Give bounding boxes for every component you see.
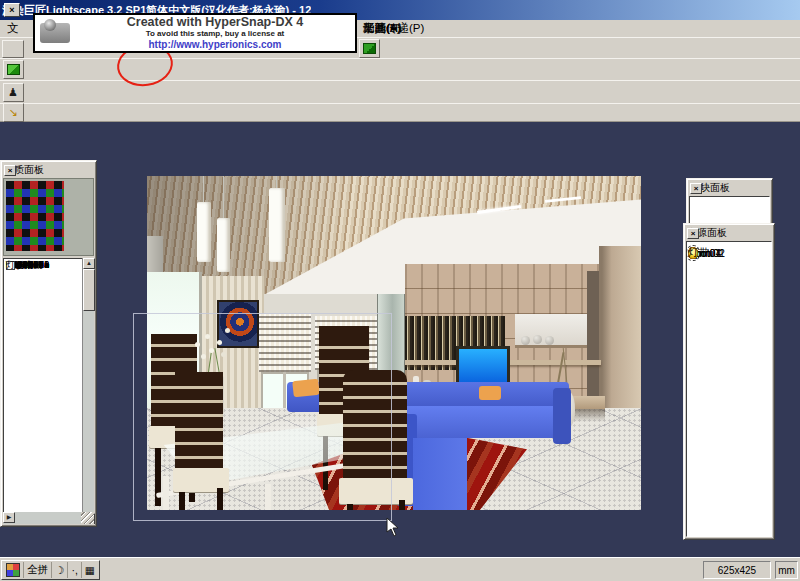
light-panel-close-icon[interactable]: × xyxy=(687,228,699,239)
material-hscrollbar[interactable]: ◀ ▶ xyxy=(3,512,83,524)
ime-punct-icon[interactable]: ·, xyxy=(68,562,81,578)
ime-toolbar: 全拼 ☽ ·, ▦ xyxy=(1,560,100,580)
scene-right-wall xyxy=(599,246,641,408)
menu-file-partial[interactable]: 文 xyxy=(0,20,26,37)
stamp-line2: To avoid this stamp, buy a license at xyxy=(75,30,355,39)
scroll-thumb[interactable] xyxy=(83,269,95,311)
material-preview xyxy=(3,178,94,256)
render-dark-cube-button[interactable] xyxy=(359,39,380,58)
material-panel-titlebar[interactable]: 材质面板 × xyxy=(3,163,94,177)
stand-button[interactable]: ♟ xyxy=(3,83,24,102)
material-list[interactable]: -=-=-=-=.Default565656588 - Defa9 - Defa… xyxy=(3,258,94,524)
menu-item[interactable]: 帮助(H) xyxy=(356,20,409,37)
toolbar-select: ↖↖?▭◱◰◳++◇↻✎▽▽+♟↔↻XYZXYZXYZAim↩↪♟♟♙♟ xyxy=(0,80,800,103)
scene-vase xyxy=(533,335,542,344)
scroll-right-icon[interactable]: ▶ xyxy=(3,512,15,523)
stamp-url-link[interactable]: http://www.hyperionics.com xyxy=(75,39,355,50)
material-preview-checker xyxy=(6,181,64,251)
scroll-up-icon[interactable]: ▲ xyxy=(83,258,95,269)
scene-vase xyxy=(521,336,530,345)
ime-icon[interactable] xyxy=(6,563,20,577)
camera-icon xyxy=(40,23,70,43)
ime-keyboard-icon[interactable]: ▦ xyxy=(82,562,98,578)
stamp-line1: Created with HyperSnap-DX 4 xyxy=(75,16,355,30)
ime-fullhalf-icon[interactable]: ☽ xyxy=(52,562,68,578)
block-panel-titlebar[interactable]: 图块面板 × xyxy=(689,181,770,195)
material-panel-close-icon[interactable]: × xyxy=(4,165,16,176)
ime-mode-button[interactable]: 全拼 xyxy=(24,562,52,578)
resize-grip[interactable] xyxy=(81,512,94,524)
status-unit: mm xyxy=(775,561,798,579)
pick-tool-button[interactable]: ↘ xyxy=(3,103,24,122)
block-panel-close-icon[interactable]: × xyxy=(690,183,702,194)
statusbar: 全拼 ☽ ·, ▦ 625x425 mm xyxy=(0,557,800,581)
material-panel-button[interactable] xyxy=(3,60,24,79)
scene-vase xyxy=(545,336,554,345)
toolbar-layers: ▤◔▣↘ xyxy=(0,103,800,122)
scene-pillow xyxy=(479,386,501,400)
material-vscrollbar[interactable]: ▲ ▼ xyxy=(82,258,94,524)
scene-pendant-lamp xyxy=(269,188,285,262)
light-panel-body xyxy=(686,241,772,537)
scene-pendant-lamp xyxy=(197,202,211,262)
scene-lamp-cord xyxy=(203,176,204,203)
light-panel-titlebar[interactable]: 光源面板 × xyxy=(686,226,772,240)
status-resolution: 625x425 xyxy=(703,561,771,579)
close-button[interactable]: × xyxy=(4,3,20,17)
scene-chair-leg xyxy=(399,500,405,510)
material-panel: 材质面板 × -=-=-=-=.Default565656588 - Defa9… xyxy=(0,160,97,527)
material-list-item[interactable]: 灯 xyxy=(4,259,6,271)
selection-rectangle xyxy=(133,313,392,521)
client-area: 材质面板 × -=-=-=-=.Default565656588 - Defa9… xyxy=(0,122,800,557)
new-file-button[interactable] xyxy=(2,40,24,58)
scene-pendant-lamp xyxy=(217,218,230,272)
light-panel: 光源面板 × Omni01Omni02Spot01Spot04灯带 xyxy=(683,223,775,540)
hypersnap-watermark: Created with HyperSnap-DX 4 To avoid thi… xyxy=(33,13,357,53)
lightscape-window: 渲染巨匠Lightscape 3.2 SP1简体中文版(汉化作者:杨永瑜) - … xyxy=(0,0,800,581)
scene-sofa-arm xyxy=(553,388,571,444)
scene-armchair-seat xyxy=(413,438,467,510)
scene-lamp-cord xyxy=(223,176,224,219)
